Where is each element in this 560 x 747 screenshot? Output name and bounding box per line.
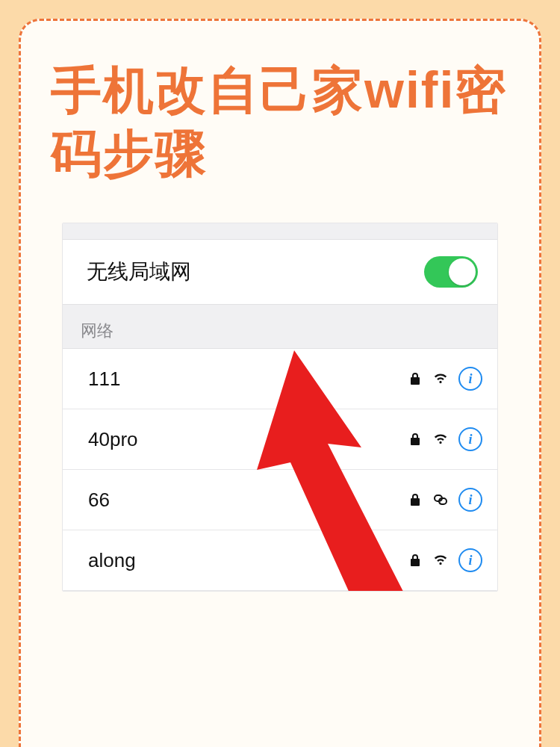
network-icons: i bbox=[408, 488, 482, 512]
link-icon bbox=[433, 492, 448, 507]
network-row[interactable]: 40pro i bbox=[63, 409, 497, 470]
wlan-label: 无线局域网 bbox=[87, 258, 191, 286]
lock-icon bbox=[408, 432, 423, 447]
info-icon[interactable]: i bbox=[458, 427, 482, 451]
wifi-icon bbox=[433, 553, 448, 568]
network-icons: i bbox=[408, 367, 482, 391]
info-icon[interactable]: i bbox=[458, 548, 482, 572]
wifi-icon bbox=[433, 371, 448, 386]
network-row[interactable]: 66 i bbox=[63, 470, 497, 530]
wifi-icon bbox=[433, 432, 448, 447]
network-icons: i bbox=[408, 548, 482, 572]
network-icons: i bbox=[408, 427, 482, 451]
toggle-knob bbox=[449, 258, 476, 285]
info-icon[interactable]: i bbox=[458, 488, 482, 512]
lock-icon bbox=[408, 553, 423, 568]
status-strip bbox=[63, 223, 497, 240]
lock-icon bbox=[408, 371, 423, 386]
section-label: 网络 bbox=[81, 320, 113, 342]
wlan-toggle-row[interactable]: 无线局域网 bbox=[63, 240, 497, 304]
network-name: along bbox=[88, 549, 136, 572]
wlan-toggle[interactable] bbox=[424, 256, 478, 288]
network-row[interactable]: along i bbox=[63, 530, 497, 591]
network-name: 40pro bbox=[88, 428, 138, 451]
network-row[interactable]: 111 i bbox=[63, 349, 497, 409]
page-title: 手机改自己家wifi密码步骤 bbox=[51, 58, 517, 185]
network-name: 66 bbox=[88, 489, 110, 512]
section-header: 网络 bbox=[63, 304, 497, 349]
network-name: 111 bbox=[88, 368, 120, 391]
wifi-settings-panel: 无线局域网 网络 111 i 40pro bbox=[62, 223, 498, 592]
card-frame: 手机改自己家wifi密码步骤 无线局域网 网络 111 i bbox=[19, 19, 541, 747]
lock-icon bbox=[408, 492, 423, 507]
info-icon[interactable]: i bbox=[458, 367, 482, 391]
